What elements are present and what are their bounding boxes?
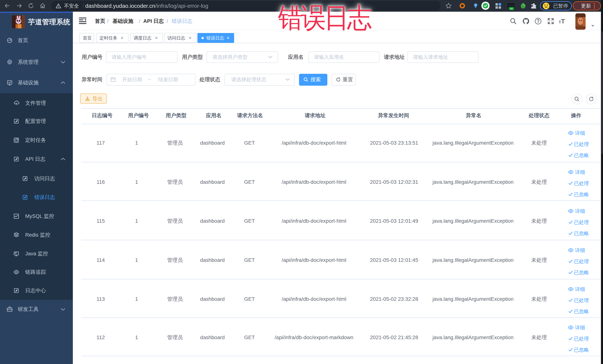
svg-text:on: on	[510, 7, 512, 10]
